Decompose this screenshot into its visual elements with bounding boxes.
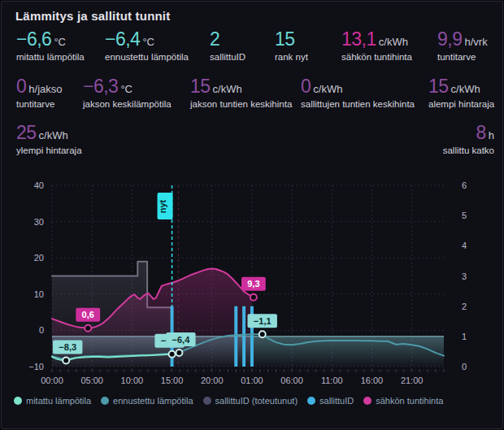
- svg-text:10: 10: [34, 289, 44, 299]
- legend-item-mitattu-lampotila[interactable]: mitattu lämpötila: [14, 396, 91, 406]
- svg-text:21:00: 21:00: [401, 376, 424, 385]
- svg-text:0: 0: [462, 362, 467, 371]
- legend-item-sallittuid[interactable]: sallittuID: [307, 396, 354, 406]
- stat-unit: °C: [54, 36, 66, 48]
- stat-value: 15: [190, 76, 211, 97]
- stat-alempi-hintaraja: 15c/kWh alempi hintaraja: [428, 77, 494, 110]
- legend-label: sallittuID (toteutunut): [215, 396, 298, 406]
- series-color-dot: [14, 397, 22, 405]
- legend-item-sallittuid-toteutunut[interactable]: sallittuID (toteutunut): [203, 396, 298, 406]
- svg-text:20:00: 20:00: [201, 376, 224, 385]
- svg-text:05:00: 05:00: [80, 376, 103, 385]
- series-color-dot: [101, 397, 109, 405]
- svg-text:−1,1: −1,1: [254, 316, 272, 326]
- stat-value: 13,1: [341, 28, 376, 50]
- stat-label: sallittuID: [210, 52, 245, 63]
- stat-value: 15: [275, 28, 295, 50]
- svg-text:1: 1: [462, 332, 467, 341]
- series-color-dot: [363, 397, 371, 405]
- stat-unit: h/jakso: [28, 83, 62, 95]
- svg-text:0: 0: [39, 325, 44, 335]
- stat-sahkon-tuntihinta: 13,1c/kWh sähkön tuntihinta: [341, 30, 412, 63]
- panel-title[interactable]: Lämmitys ja sallitut tunnit: [15, 9, 170, 23]
- stat-value: 0: [301, 76, 311, 97]
- svg-text:16:00: 16:00: [361, 376, 384, 385]
- stat-rank-nyt: 15 rank nyt: [275, 30, 308, 63]
- stat-jakson-tuntien-keskihinta: 15c/kWh jakson tuntien keskihinta: [190, 77, 292, 110]
- stat-value: −6,4: [105, 28, 140, 50]
- stat-label: mitattu lämpötila: [16, 52, 85, 63]
- stat-label: alempi hintaraja: [428, 99, 494, 110]
- stat-label: tuntitarve: [437, 52, 488, 63]
- svg-text:01:00: 01:00: [241, 376, 263, 385]
- stat-value: −6,3: [83, 76, 118, 97]
- stat-mitattu-lampotila: −6,6°C mitattu lämpötila: [16, 30, 85, 63]
- series-color-dot: [307, 397, 315, 405]
- stat-unit: °C: [142, 36, 154, 48]
- chart-legend: mitattu lämpötila ennustettu lämpötila s…: [14, 396, 443, 406]
- stat-label: rank nyt: [275, 52, 308, 63]
- legend-item-sahkon-tuntihinta[interactable]: sähkön tuntihinta: [363, 396, 443, 406]
- svg-text:−10: −10: [28, 362, 44, 371]
- stat-sallittu-katko: 8h sallittu katko: [443, 124, 494, 156]
- stat-sallittu-id: 2 sallittuID: [210, 30, 245, 63]
- stat-label: sallittujen tuntien keskihinta: [301, 99, 415, 110]
- legend-label: mitattu lämpötila: [26, 396, 91, 406]
- stat-unit: c/kWh: [379, 36, 408, 48]
- stat-label: jakson tuntien keskihinta: [190, 99, 292, 110]
- dashboard-panel: Lämmitys ja sallitut tunnit −6,6°C mitat…: [1, 1, 503, 429]
- legend-item-ennustettu-lampotila[interactable]: ennustettu lämpötila: [101, 396, 193, 406]
- stat-value: 25: [16, 122, 37, 143]
- svg-text:00:00: 00:00: [41, 376, 63, 385]
- time-series-chart[interactable]: nyt−8,30,6−6,6−6,49,3−1,1403020100−10654…: [2, 2, 503, 429]
- stat-unit: h: [489, 129, 494, 141]
- stat-label: jakson keskilämpötila: [83, 99, 172, 110]
- stat-value: −6,6: [16, 28, 51, 50]
- legend-label: sallittuID: [319, 396, 354, 406]
- svg-text:10:00: 10:00: [121, 376, 144, 385]
- svg-text:06:00: 06:00: [280, 376, 303, 385]
- stat-value: 0: [16, 76, 26, 97]
- stat-tuntitarve-jakso: 0h/jakso tuntitarve: [16, 77, 63, 110]
- svg-text:0,6: 0,6: [82, 310, 94, 319]
- stat-sallittujen-keskihinta: 0c/kWh sallittujen tuntien keskihinta: [301, 77, 415, 110]
- svg-text:15:00: 15:00: [161, 376, 184, 385]
- stat-value: 9,9: [437, 28, 462, 50]
- svg-text:6: 6: [462, 180, 467, 190]
- svg-text:−8,3: −8,3: [59, 342, 76, 352]
- stat-ennustettu-lampotila: −6,4°C ennustettu lämpötila: [105, 30, 189, 63]
- svg-text:4: 4: [462, 241, 467, 250]
- stat-tuntitarve-vrk: 9,9h/vrk tuntitarve: [437, 30, 488, 63]
- stat-label: tuntitarve: [16, 99, 63, 110]
- stat-label: sallittu katko: [443, 146, 494, 156]
- stat-unit: c/kWh: [451, 83, 480, 95]
- stat-jakson-keskilampotila: −6,3°C jakson keskilämpötila: [83, 77, 172, 110]
- stat-value: 8: [476, 122, 485, 143]
- stat-ylempi-hintaraja: 25c/kWh ylempi hintaraja: [16, 124, 82, 156]
- svg-text:40: 40: [34, 180, 44, 190]
- svg-text:30: 30: [34, 217, 44, 227]
- series-color-dot: [203, 397, 211, 405]
- stat-value: 2: [210, 28, 219, 50]
- stat-label: sähkön tuntihinta: [341, 52, 412, 63]
- svg-text:5: 5: [462, 211, 467, 220]
- stat-value: 15: [428, 76, 449, 97]
- legend-label: ennustettu lämpötila: [113, 396, 193, 406]
- svg-text:nyt: nyt: [158, 199, 167, 213]
- stat-label: ylempi hintaraja: [16, 146, 82, 156]
- stat-label: ennustettu lämpötila: [105, 52, 189, 63]
- svg-text:−6,4: −6,4: [172, 335, 191, 345]
- stat-unit: c/kWh: [39, 129, 68, 141]
- stat-unit: h/vrk: [464, 36, 487, 48]
- svg-text:9,3: 9,3: [247, 279, 259, 289]
- stat-unit: °C: [120, 83, 133, 95]
- svg-text:2: 2: [462, 302, 467, 311]
- legend-label: sähkön tuntihinta: [376, 396, 443, 406]
- stat-unit: c/kWh: [213, 83, 242, 95]
- svg-text:3: 3: [462, 271, 467, 281]
- svg-text:20: 20: [34, 253, 44, 263]
- svg-text:11:00: 11:00: [321, 376, 343, 385]
- stat-unit: c/kWh: [313, 83, 342, 95]
